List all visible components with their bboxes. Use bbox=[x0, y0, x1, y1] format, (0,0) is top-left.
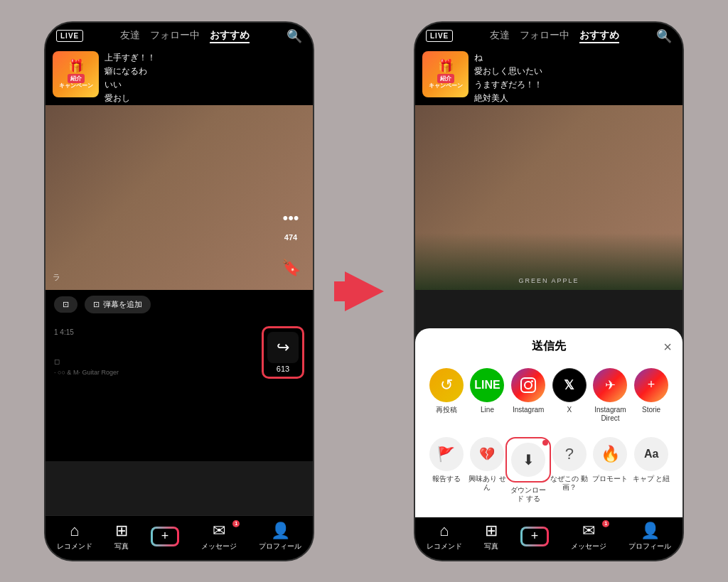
controls-row: ⊡ ⊡ 弾幕を追加 bbox=[46, 290, 313, 319]
share-line[interactable]: LINE Line bbox=[468, 368, 507, 423]
danmaku-btn[interactable]: ⊡ 弾幕を追加 bbox=[85, 296, 151, 313]
share-report[interactable]: 🚩 報告する bbox=[427, 437, 466, 503]
instagram-icon bbox=[511, 368, 545, 402]
right-create-btn[interactable]: + bbox=[520, 527, 549, 546]
video-label: ラ bbox=[53, 272, 60, 283]
share-instagram-direct[interactable]: ✈ Instagram Direct bbox=[591, 368, 630, 423]
x-label: X bbox=[567, 406, 572, 414]
svg-rect-0 bbox=[521, 378, 535, 392]
report-label: 報告する bbox=[432, 475, 461, 483]
right-search-icon[interactable]: 🔍 bbox=[656, 28, 672, 44]
subtitle-btn[interactable]: ⊡ bbox=[54, 296, 77, 313]
right-nav-friends[interactable]: 友達 bbox=[490, 29, 510, 43]
right-campaign-badge: 🎁 紹介 キャンペーン bbox=[422, 51, 469, 97]
share-count: 613 bbox=[277, 365, 289, 373]
caption-label: キャプ と紐 bbox=[633, 475, 670, 483]
nav-recommend[interactable]: ⌂ レコメンド bbox=[57, 522, 92, 551]
right-nav-create[interactable]: + bbox=[520, 527, 549, 546]
why-label: なぜこの 動画？ bbox=[550, 475, 589, 492]
right-sidebar: ••• 474 🔖 bbox=[277, 205, 304, 281]
not-interested-label: 興味あり せん bbox=[468, 475, 507, 492]
right-create-icon: + bbox=[523, 529, 547, 544]
line-label: Line bbox=[481, 406, 494, 414]
close-button[interactable]: × bbox=[663, 339, 672, 355]
share-not-interested[interactable]: 💔 興味あり せん bbox=[468, 437, 507, 503]
search-icon[interactable]: 🔍 bbox=[287, 28, 302, 44]
danmaku-label: 弾幕を追加 bbox=[103, 299, 142, 310]
right-message-icon: ✉ bbox=[582, 522, 595, 540]
nav-photos[interactable]: ⊞ 写真 bbox=[114, 522, 129, 551]
green-label: GREEN APPLE bbox=[518, 277, 579, 284]
share-promote[interactable]: 🔥 プロモート bbox=[591, 437, 630, 503]
share-sheet-title: 送信先 bbox=[532, 339, 566, 354]
share-caption[interactable]: Aa キャプ と紐 bbox=[632, 437, 671, 503]
instagram-direct-label: Instagram Direct bbox=[591, 406, 630, 423]
campaign-icon: 🎁 bbox=[68, 58, 84, 74]
share-sheet-header: 送信先 × bbox=[422, 339, 675, 354]
share-download[interactable]: ⬇ ダウンロード する bbox=[509, 437, 548, 503]
x-icon: 𝕏 bbox=[552, 368, 587, 402]
download-highlight: ⬇ bbox=[505, 437, 551, 483]
nav-create[interactable]: + bbox=[151, 527, 179, 546]
comment-btn[interactable]: ••• 474 bbox=[277, 205, 304, 242]
nav-following[interactable]: フォロー中 bbox=[150, 29, 200, 43]
right-campaign-icon: 🎁 bbox=[438, 58, 454, 74]
video-area: ラ ••• 474 🔖 bbox=[46, 105, 313, 290]
repost-label: 再投稿 bbox=[436, 406, 457, 414]
download-label: ダウンロード する bbox=[509, 486, 548, 503]
stories-icon: + bbox=[634, 368, 668, 402]
comment-line-4: 愛おし bbox=[105, 92, 300, 105]
instagram-label: Instagram bbox=[513, 406, 544, 414]
subtitle-icon: ⊡ bbox=[63, 300, 69, 309]
bottom-nav: ⌂ レコメンド ⊞ 写真 + ✉ 1 メッセージ 👤 プロフィール bbox=[46, 515, 313, 560]
right-grid-icon: ⊞ bbox=[485, 522, 498, 540]
message-badge-dot: 1 bbox=[232, 520, 240, 527]
video-comments: 上手すぎ！！ 癖になるわ いい 愛おし bbox=[99, 51, 306, 106]
question-icon: ? bbox=[552, 437, 587, 471]
create-btn[interactable]: + bbox=[151, 527, 179, 546]
right-nav-following[interactable]: フォロー中 bbox=[520, 29, 569, 43]
right-nav-profile[interactable]: 👤 プロフィール bbox=[628, 522, 671, 551]
right-campaign-area: 🎁 紹介 キャンペーン ね 愛おしく思いたい うますぎだろ！！ 絶対美人 bbox=[415, 48, 682, 106]
right-header-nav: 友達 フォロー中 おすすめ bbox=[490, 29, 619, 43]
main-container: LIVE 友達 フォロー中 おすすめ 🔍 🎁 紹介 キャンペーン 上手すぎ！！ … bbox=[0, 0, 728, 582]
share-stories[interactable]: + Storie bbox=[632, 368, 671, 423]
comment-line-3: いい bbox=[105, 78, 300, 92]
promote-label: プロモート bbox=[592, 475, 628, 483]
left-phone: LIVE 友達 フォロー中 おすすめ 🔍 🎁 紹介 キャンペーン 上手すぎ！！ … bbox=[44, 21, 314, 561]
share-button-highlighted[interactable]: ↪ 613 bbox=[262, 326, 304, 379]
nav-photos-label: 写真 bbox=[114, 541, 129, 551]
nav-recommended[interactable]: おすすめ bbox=[210, 29, 250, 43]
right-header: LIVE 友達 フォロー中 おすすめ 🔍 bbox=[415, 23, 682, 48]
right-nav-photos[interactable]: ⊞ 写真 bbox=[484, 522, 498, 551]
bookmark-btn[interactable]: 🔖 bbox=[277, 254, 304, 281]
create-icon: + bbox=[153, 529, 177, 544]
share-repost[interactable]: ↺ 再投稿 bbox=[427, 368, 466, 423]
nav-friends[interactable]: 友達 bbox=[120, 29, 140, 43]
share-instagram[interactable]: Instagram bbox=[509, 368, 548, 423]
right-bottom-nav: ⌂ レコメンド ⊞ 写真 + ✉ 1 メッセージ 👤 プロフィール bbox=[415, 515, 682, 560]
nav-messages-label: メッセージ bbox=[201, 541, 237, 551]
share-why[interactable]: ? なぜこの 動画？ bbox=[550, 437, 589, 503]
line-icon: LINE bbox=[470, 368, 504, 402]
right-nav-recommend[interactable]: ⌂ レコメンド bbox=[427, 522, 462, 551]
comment-count: 474 bbox=[284, 233, 297, 242]
share-icons-row2: 🚩 報告する 💔 興味あり せん ⬇ ダウンロード する bbox=[422, 437, 675, 503]
header-nav: 友達 フォロー中 おすすめ bbox=[120, 29, 250, 43]
grid-icon: ⊞ bbox=[115, 522, 128, 540]
right-nav-messages[interactable]: ✉ 1 メッセージ bbox=[571, 522, 606, 551]
share-sheet: 送信先 × ↺ 再投稿 LINE Line bbox=[415, 328, 682, 517]
fire-icon: 🔥 bbox=[593, 437, 627, 471]
arrow-container bbox=[336, 271, 392, 311]
nav-messages[interactable]: ✉ 1 メッセージ bbox=[201, 522, 237, 551]
campaign-badge: 🎁 紹介 キャンペーン bbox=[53, 51, 99, 97]
share-x[interactable]: 𝕏 X bbox=[550, 368, 589, 423]
right-nav-profile-label: プロフィール bbox=[628, 541, 671, 551]
right-nav-recommended[interactable]: おすすめ bbox=[579, 29, 619, 43]
svg-point-1 bbox=[525, 382, 532, 389]
nav-profile[interactable]: 👤 プロフィール bbox=[259, 522, 301, 551]
danmaku-icon: ⊡ bbox=[93, 300, 100, 309]
share-icon: ↪ bbox=[267, 332, 299, 363]
video-inner bbox=[46, 105, 313, 290]
right-nav-photos-label: 写真 bbox=[484, 541, 498, 551]
